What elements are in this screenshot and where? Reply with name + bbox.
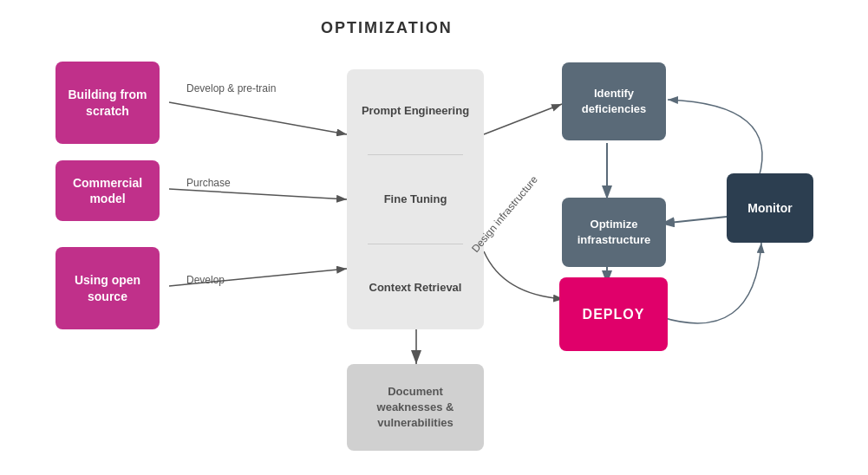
- monitor-box: Monitor: [727, 173, 813, 243]
- prompt-engineering-label: Prompt Engineering: [362, 103, 469, 119]
- develop-label: Develop: [186, 274, 225, 286]
- divider-2: [368, 244, 463, 244]
- diagram: OPTIMIZATION Building from scratch Comme…: [0, 0, 868, 475]
- center-column: Prompt Engineering Fine Tuning Context R…: [347, 69, 484, 329]
- svg-line-10: [484, 104, 562, 134]
- identify-deficiencies-box: Identify deficiencies: [562, 62, 666, 140]
- divider-1: [368, 154, 463, 155]
- purchase-label: Purchase: [186, 177, 231, 189]
- building-from-scratch-box: Building from scratch: [55, 62, 160, 144]
- document-box: Document weaknesses & vulnerabilities: [347, 364, 484, 451]
- optimize-infrastructure-box: Optimize infrastructure: [562, 198, 666, 267]
- optimization-title: OPTIMIZATION: [321, 19, 453, 37]
- svg-line-4: [169, 189, 347, 199]
- fine-tuning-label: Fine Tuning: [384, 192, 447, 207]
- svg-line-9: [661, 217, 727, 224]
- commercial-model-box: Commercial model: [55, 160, 160, 221]
- deploy-box: DEPLOY: [559, 277, 668, 351]
- svg-line-3: [169, 102, 347, 134]
- context-retrieval-label: Context Retrieval: [369, 280, 462, 296]
- develop-pretrain-label: Develop & pre-train: [186, 82, 276, 94]
- using-open-source-box: Using open source: [55, 247, 160, 329]
